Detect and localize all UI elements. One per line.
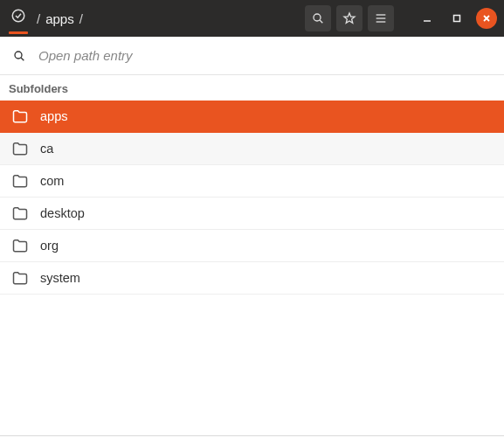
folder-label: ca [40,142,53,156]
close-button[interactable] [476,8,497,29]
folder-label: org [40,239,59,253]
folder-label: apps [40,109,67,123]
folder-icon [10,172,30,190]
svg-line-12 [21,58,24,60]
list-item[interactable]: system [0,262,504,295]
menu-button[interactable] [368,5,394,31]
search-icon [12,49,26,63]
list-item[interactable]: ca [0,133,504,165]
svg-point-11 [15,52,22,59]
breadcrumb-separator: / [37,11,40,26]
bookmark-button[interactable] [336,5,362,31]
folder-list: apps ca com desktop org system [0,101,504,435]
path-entry-input[interactable] [38,48,492,63]
svg-marker-3 [344,13,355,23]
folder-label: desktop [40,206,85,220]
toolbar-buttons [305,5,499,31]
path-entry-bar [0,37,504,75]
list-item[interactable]: com [0,165,504,198]
folder-icon [10,108,30,125]
list-item[interactable]: desktop [0,198,504,230]
list-item[interactable]: apps [0,101,504,133]
svg-rect-8 [454,16,460,22]
breadcrumb-item-apps[interactable]: apps [45,11,74,26]
folder-icon [10,237,30,254]
svg-point-0 [12,10,24,22]
titlebar: / apps / [0,0,504,37]
breadcrumb-separator: / [79,11,83,26]
minimize-button[interactable] [417,8,438,29]
section-header-subfolders: Subfolders [0,75,504,101]
folder-label: system [40,271,80,285]
search-button[interactable] [305,5,331,31]
folder-icon [10,140,30,157]
breadcrumb[interactable]: / apps / [37,11,305,26]
app-icon [9,8,28,30]
folder-label: com [40,174,64,188]
maximize-button[interactable] [446,8,467,29]
list-item[interactable]: org [0,230,504,262]
svg-point-1 [314,14,321,21]
folder-icon [10,269,30,287]
svg-line-2 [320,20,322,23]
folder-icon [10,205,30,222]
